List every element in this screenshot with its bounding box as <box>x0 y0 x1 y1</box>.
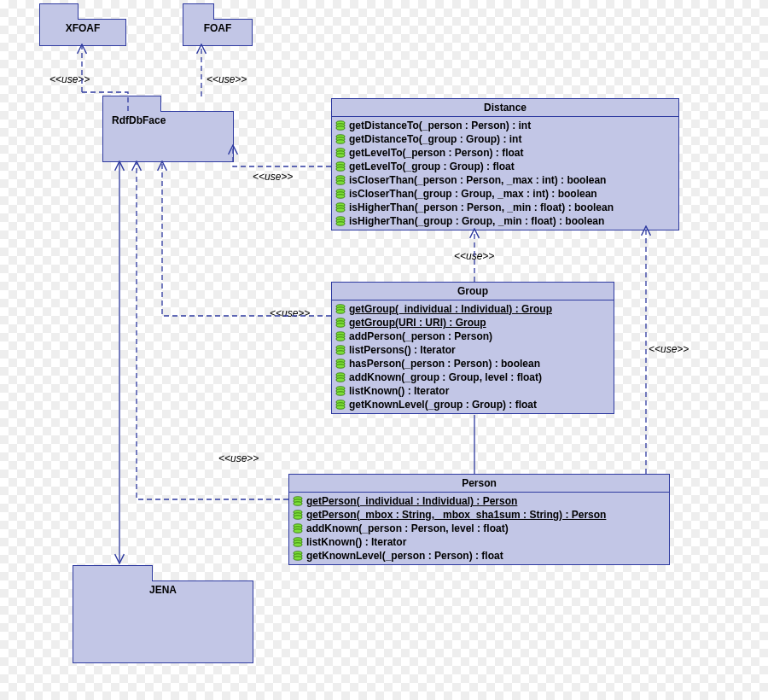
operation-signature: isHigherThan(_group : Group, _min : floa… <box>349 214 604 228</box>
operation: listKnown() : Iterator <box>291 535 667 549</box>
edge-person-rdfdbface <box>137 161 288 499</box>
stereotype-use: <<use>> <box>649 343 689 355</box>
svg-point-5 <box>336 140 345 143</box>
operation-icon <box>293 537 303 547</box>
operation: getLevelTo(_person : Person) : float <box>334 146 677 160</box>
operation-signature: getGroup(URI : URI) : Group <box>349 316 486 330</box>
package-tab <box>102 96 161 112</box>
class-title: Distance <box>332 99 678 117</box>
package-title: XFOAF <box>40 20 125 37</box>
operation-signature: getKnownLevel(_group : Group) : float <box>349 398 537 411</box>
operation-icon <box>335 216 346 226</box>
operation-signature: getDistanceTo(_group : Group) : int <box>349 132 521 146</box>
package-rdfdbface: RdfDbFace <box>102 111 234 162</box>
operation: getPerson(_individual : Individual) : Pe… <box>291 494 667 508</box>
svg-point-50 <box>294 502 302 505</box>
stereotype-use: <<use>> <box>218 452 259 464</box>
operation: addKnown(_group : Group, level : float) <box>334 370 612 384</box>
package-tab <box>183 3 214 20</box>
class-distance: Distance getDistanceTo(_person : Person)… <box>331 98 679 230</box>
class-person: Person getPerson(_individual : Individua… <box>288 474 670 565</box>
svg-point-23 <box>336 222 345 225</box>
stereotype-use: <<use>> <box>253 171 293 183</box>
operation-icon <box>293 523 303 534</box>
svg-point-62 <box>294 557 302 560</box>
operation-signature: getDistanceTo(_person : Person) : int <box>349 119 531 132</box>
operation: getPerson(_mbox : String, _mbox_sha1sum … <box>291 508 667 522</box>
operation-signature: getGroup(_individual : Individual) : Gro… <box>349 302 552 316</box>
operation: isHigherThan(_group : Group, _min : floa… <box>334 214 677 228</box>
operation-signature: isHigherThan(_person : Person, _min : fl… <box>349 201 614 214</box>
operation-icon <box>335 331 346 341</box>
svg-point-14 <box>336 181 345 184</box>
class-title: Person <box>289 475 669 493</box>
class-body: getGroup(_individual : Individual) : Gro… <box>332 300 614 413</box>
operation-signature: addKnown(_group : Group, level : float) <box>349 370 542 384</box>
operation: getGroup(URI : URI) : Group <box>334 316 612 330</box>
svg-point-17 <box>336 195 345 198</box>
svg-point-8 <box>336 154 345 157</box>
svg-point-41 <box>336 378 345 382</box>
package-jena: JENA <box>73 580 253 663</box>
operation-signature: hasPerson(_person : Person) : boolean <box>349 357 540 370</box>
operation-signature: getLevelTo(_group : Group) : float <box>349 160 515 173</box>
operation-icon <box>335 386 346 396</box>
operation-signature: addKnown(_person : Person, level : float… <box>306 522 509 535</box>
operation-signature: isCloserThan(_person : Person, _max : in… <box>349 173 606 187</box>
operation-icon <box>335 120 346 131</box>
svg-point-11 <box>336 167 345 171</box>
stereotype-use: <<use>> <box>49 73 90 85</box>
svg-point-53 <box>294 516 302 519</box>
operation-signature: getPerson(_mbox : String, _mbox_sha1sum … <box>306 508 606 522</box>
package-xfoaf: XFOAF <box>39 19 126 46</box>
operation: listKnown() : Iterator <box>334 384 612 398</box>
operation-icon <box>335 134 346 144</box>
operation: getDistanceTo(_person : Person) : int <box>334 119 677 132</box>
operation-icon <box>335 202 346 213</box>
operation: isCloserThan(_person : Person, _max : in… <box>334 173 677 187</box>
class-body: getDistanceTo(_person : Person) : intget… <box>332 117 678 230</box>
operation-icon <box>335 161 346 172</box>
package-tab <box>39 3 79 20</box>
svg-point-2 <box>336 126 345 130</box>
operation-signature: listKnown() : Iterator <box>306 535 406 549</box>
operation-signature: getKnownLevel(_person : Person) : float <box>306 549 503 563</box>
operation-signature: isCloserThan(_group : Group, _max : int)… <box>349 187 597 201</box>
svg-point-38 <box>336 365 345 368</box>
stereotype-use: <<use>> <box>270 307 310 319</box>
svg-point-35 <box>336 351 345 354</box>
operation-icon <box>335 175 346 185</box>
operation: isCloserThan(_group : Group, _max : int)… <box>334 187 677 201</box>
operation-icon <box>293 496 303 506</box>
operation: getKnownLevel(_person : Person) : float <box>291 549 667 563</box>
operation-icon <box>335 189 346 199</box>
stereotype-use: <<use>> <box>207 73 247 85</box>
operation: getLevelTo(_group : Group) : float <box>334 160 677 173</box>
operation-icon <box>335 318 346 328</box>
operation: listPersons() : Iterator <box>334 343 612 357</box>
svg-point-29 <box>336 324 345 327</box>
svg-point-56 <box>294 529 302 533</box>
svg-point-26 <box>336 310 345 313</box>
operation-icon <box>335 148 346 158</box>
class-group: Group getGroup(_individual : Individual)… <box>331 282 614 414</box>
operation: isHigherThan(_person : Person, _min : fl… <box>334 201 677 214</box>
edge-distance-rdfdbface <box>233 145 331 166</box>
operation-signature: listPersons() : Iterator <box>349 343 456 357</box>
stereotype-use: <<use>> <box>454 250 494 262</box>
svg-point-44 <box>336 392 345 395</box>
svg-point-47 <box>336 405 345 409</box>
svg-point-59 <box>294 543 302 546</box>
operation-signature: listKnown() : Iterator <box>349 384 449 398</box>
operation: getGroup(_individual : Individual) : Gro… <box>334 302 612 316</box>
package-title: RdfDbFace <box>103 112 233 129</box>
package-foaf: FOAF <box>183 19 253 46</box>
operation-icon <box>335 372 346 382</box>
operation-signature: getLevelTo(_person : Person) : float <box>349 146 523 160</box>
edge-group-rdfdbface <box>162 161 331 316</box>
operation-signature: getPerson(_individual : Individual) : Pe… <box>306 494 517 508</box>
operation-signature: addPerson(_person : Person) <box>349 330 492 343</box>
operation-icon <box>293 551 303 561</box>
operation-icon <box>335 359 346 369</box>
svg-point-20 <box>336 208 345 212</box>
